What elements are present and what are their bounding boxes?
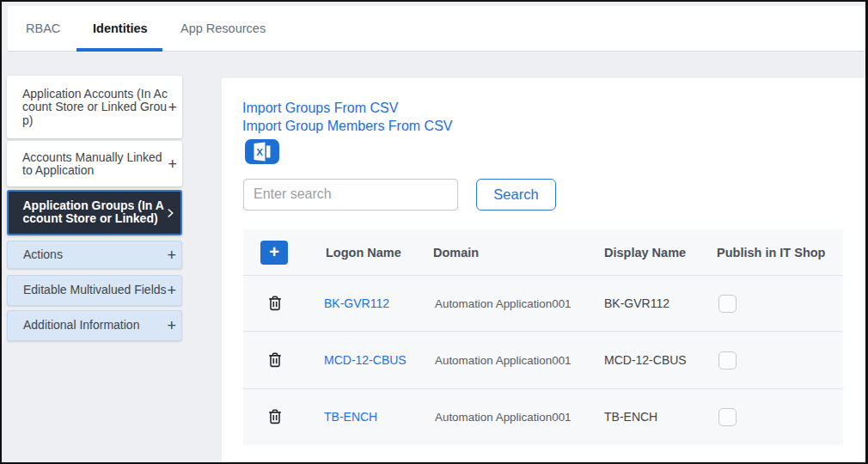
svg-text:X: X [256,147,263,157]
